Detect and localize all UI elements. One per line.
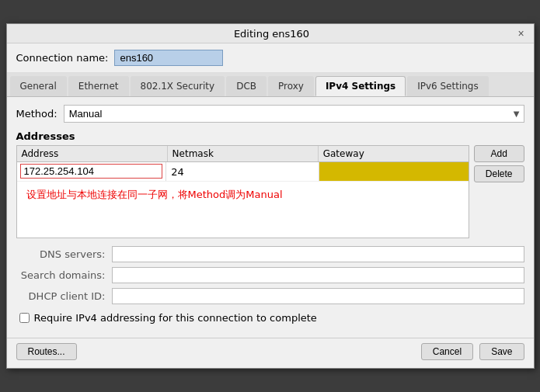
dhcp-label: DHCP client ID: — [16, 290, 106, 302]
add-button[interactable]: Add — [474, 145, 524, 162]
addresses-label: Addresses — [16, 130, 524, 142]
connection-name-input[interactable] — [114, 50, 223, 66]
dns-label: DNS servers: — [16, 248, 106, 260]
connection-name-label: Connection name: — [16, 52, 109, 64]
dns-row: DNS servers: — [16, 246, 524, 262]
addresses-section: Addresses Address Netmask Gateway — [16, 130, 524, 238]
tab-8021x[interactable]: 802.1X Security — [131, 76, 225, 96]
tab-ethernet[interactable]: Ethernet — [68, 76, 129, 96]
fields-section: DNS servers: Search domains: DHCP client… — [16, 246, 524, 304]
addresses-table-wrapper: Address Netmask Gateway 24 — [16, 145, 469, 238]
method-row: Method: Manual — [16, 105, 524, 123]
col-netmask: Netmask — [168, 146, 319, 161]
main-window: Editing ens160 × Connection name: Genera… — [6, 23, 535, 369]
method-select[interactable]: Manual — [64, 105, 524, 123]
search-domains-label: Search domains: — [16, 269, 106, 281]
require-ipv4-label: Require IPv4 addressing for this connect… — [34, 312, 317, 324]
tab-general[interactable]: General — [10, 76, 67, 96]
method-label: Method: — [16, 108, 57, 120]
addresses-area: Address Netmask Gateway 24 — [16, 145, 524, 238]
hint-text: 设置地址与本地连接在同一子网，将Method调为Manual — [22, 182, 287, 206]
dhcp-input[interactable] — [112, 288, 524, 304]
dns-input[interactable] — [112, 246, 524, 262]
dhcp-row: DHCP client ID: — [16, 288, 524, 304]
tab-proxy[interactable]: Proxy — [268, 76, 314, 96]
address-input[interactable] — [20, 164, 163, 179]
search-domains-input[interactable] — [112, 267, 524, 283]
main-content: Method: Manual Addresses Address Netmask… — [7, 97, 534, 338]
col-address: Address — [17, 146, 168, 161]
tab-ipv6[interactable]: IPv6 Settings — [407, 76, 489, 96]
save-button[interactable]: Save — [479, 343, 524, 360]
tabs-bar: General Ethernet 802.1X Security DCB Pro… — [7, 73, 534, 97]
addresses-table: Address Netmask Gateway 24 — [16, 145, 469, 238]
gateway-cell[interactable] — [319, 162, 469, 181]
search-domains-row: Search domains: — [16, 267, 524, 283]
close-button[interactable]: × — [515, 27, 528, 40]
cancel-button[interactable]: Cancel — [421, 343, 473, 360]
method-select-wrapper: Manual — [64, 105, 524, 123]
tab-ipv4[interactable]: IPv4 Settings — [315, 76, 406, 96]
netmask-value: 24 — [171, 166, 184, 178]
require-ipv4-row: Require IPv4 addressing for this connect… — [16, 312, 524, 324]
connection-name-row: Connection name: — [7, 43, 534, 73]
address-cell — [17, 162, 167, 181]
bottom-bar: Routes... Cancel Save — [7, 338, 534, 368]
window-title: Editing ens160 — [29, 28, 515, 40]
delete-button[interactable]: Delete — [474, 165, 524, 182]
addresses-header: Address Netmask Gateway — [17, 146, 469, 162]
hint-row: 设置地址与本地连接在同一子网，将Method调为Manual — [17, 182, 469, 208]
table-row: 24 — [17, 162, 469, 182]
routes-button[interactable]: Routes... — [16, 343, 77, 360]
require-ipv4-checkbox[interactable] — [19, 313, 30, 323]
title-bar: Editing ens160 × — [7, 24, 534, 43]
netmask-cell: 24 — [166, 162, 319, 181]
add-delete-buttons: Add Delete — [474, 145, 524, 186]
col-gateway: Gateway — [319, 146, 469, 161]
tab-dcb[interactable]: DCB — [226, 76, 267, 96]
